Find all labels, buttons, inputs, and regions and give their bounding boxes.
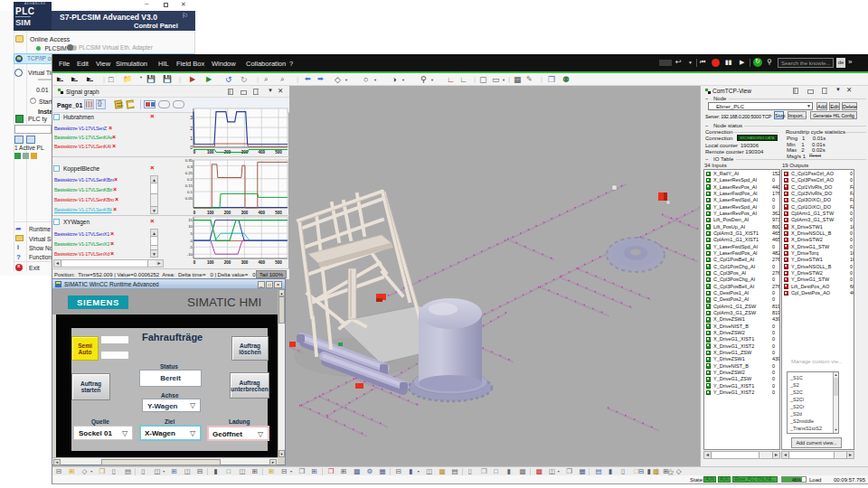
svg-text:0.35: 0.35 [185, 159, 193, 163]
svg-text:15: 15 [188, 218, 193, 222]
svg-text:500: 500 [275, 150, 282, 155]
svg-text:400: 400 [258, 260, 265, 265]
svg-text:10: 10 [188, 224, 193, 229]
svg-text:500: 500 [275, 260, 282, 265]
svg-text:100: 100 [207, 150, 214, 155]
svg-text:-10: -10 [187, 252, 193, 257]
svg-text:0.25: 0.25 [185, 171, 193, 175]
svg-text:0: 0 [193, 260, 196, 265]
svg-text:0: 0 [193, 150, 196, 155]
svg-text:0.3: 0.3 [187, 164, 193, 169]
svg-text:0.1: 0.1 [187, 190, 193, 194]
svg-text:300: 300 [241, 260, 249, 265]
svg-text:3: 3 [190, 115, 193, 120]
svg-text:5: 5 [191, 231, 193, 236]
svg-text:0.2: 0.2 [187, 177, 193, 182]
svg-text:200: 200 [224, 260, 231, 265]
svg-text:2: 2 [190, 126, 193, 131]
svg-text:1: 1 [190, 136, 193, 141]
svg-text:0: 0 [191, 239, 193, 243]
svg-text:400: 400 [258, 150, 265, 155]
svg-text:100: 100 [207, 260, 214, 265]
svg-text:0.05: 0.05 [185, 196, 193, 201]
svg-text:-5: -5 [189, 245, 193, 249]
svg-text:0.15: 0.15 [185, 183, 193, 188]
